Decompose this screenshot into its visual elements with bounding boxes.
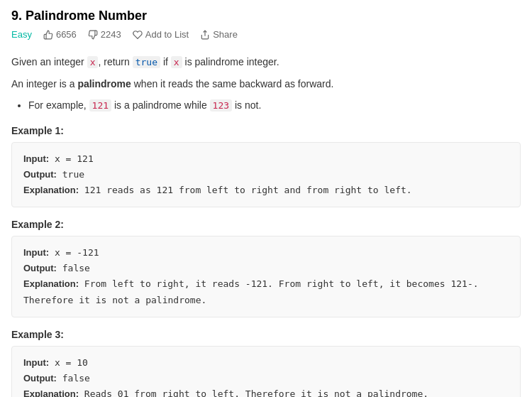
- description-bullets: For example, 121 is a palindrome while 1…: [28, 97, 521, 114]
- example-1-box: Input: x = x = 121121 Output: true Expla…: [11, 142, 521, 207]
- example-1-explanation: Explanation: 121 reads as 121 from left …: [23, 183, 509, 198]
- example-1-input: Input: x = x = 121121: [23, 151, 509, 167]
- example-3-output: Output: false: [23, 371, 509, 386]
- dislikes-count: 2243: [101, 29, 121, 40]
- dislikes-item: 2243: [88, 29, 121, 40]
- thumbs-up-icon: [43, 30, 53, 40]
- example-2-explanation: Explanation: From left to right, it read…: [23, 276, 509, 308]
- example-3-title: Example 3:: [11, 329, 521, 340]
- keyword-true: true: [133, 56, 160, 68]
- problem-title: 9. Palindrome Number: [11, 9, 521, 23]
- thumbs-down-icon: [88, 30, 98, 40]
- code-121: 121: [89, 99, 111, 112]
- example-1: Example 1: Input: x = x = 121121 Output:…: [11, 125, 521, 207]
- example-2-box: Input: x = -121 Output: false Explanatio…: [11, 236, 521, 317]
- example-1-output: Output: true: [23, 167, 509, 183]
- heart-icon: [133, 30, 143, 40]
- difficulty-badge: Easy: [11, 29, 32, 40]
- share-label: Share: [213, 29, 238, 40]
- description-line1: Given an integer x, return true if x is …: [11, 54, 521, 70]
- add-to-list-label: Add to List: [145, 29, 189, 40]
- code-123: 123: [210, 99, 232, 112]
- share-button[interactable]: Share: [200, 29, 238, 40]
- example-2-title: Example 2:: [11, 219, 521, 230]
- examples-section: Example 1: Input: x = x = 121121 Output:…: [11, 125, 521, 397]
- example-3: Example 3: Input: x = 10 Output: false E…: [11, 329, 521, 397]
- problem-description: Given an integer x, return true if x is …: [11, 54, 521, 114]
- example-2-input: Input: x = -121: [23, 245, 509, 261]
- var-x2: x: [171, 56, 182, 68]
- likes-item: 6656: [43, 29, 77, 40]
- example-1-title: Example 1:: [11, 125, 521, 136]
- likes-count: 6656: [56, 29, 77, 40]
- example-3-box: Input: x = 10 Output: false Explanation:…: [11, 346, 521, 397]
- description-line2: An integer is a palindrome when it reads…: [11, 76, 521, 92]
- bullet-item-1: For example, 121 is a palindrome while 1…: [28, 97, 521, 114]
- example-3-input: Input: x = 10: [23, 355, 509, 371]
- example-3-explanation: Explanation: Reads 01 from right to left…: [23, 386, 509, 397]
- example-2-output: Output: false: [23, 261, 509, 276]
- var-x: x: [87, 56, 99, 68]
- meta-row: Easy 6656 2243 Add to List Share: [11, 29, 521, 40]
- add-to-list-button[interactable]: Add to List: [133, 29, 189, 40]
- share-icon: [200, 30, 210, 40]
- example-2: Example 2: Input: x = -121 Output: false…: [11, 219, 521, 317]
